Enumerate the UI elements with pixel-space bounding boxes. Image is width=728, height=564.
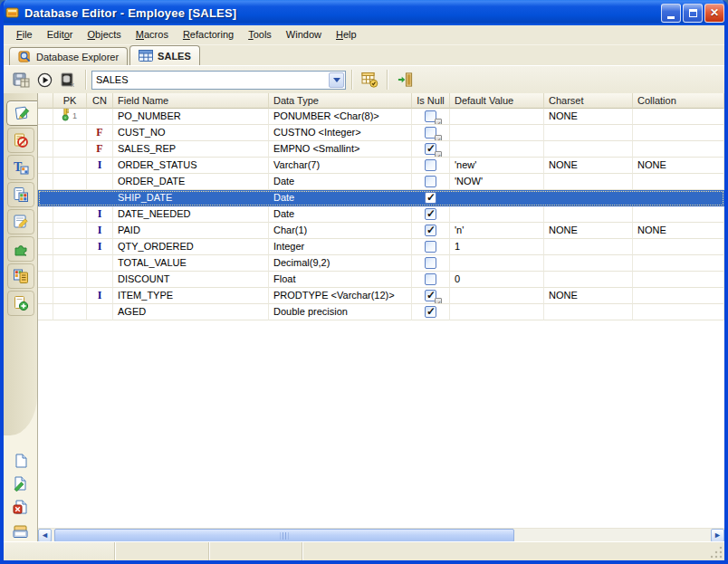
menu-macros[interactable]: Macros [129, 25, 176, 44]
scrollbar-track[interactable] [52, 529, 711, 541]
row-indicator[interactable] [38, 158, 53, 174]
menu-editor[interactable]: Editor [40, 25, 81, 44]
row-indicator[interactable] [38, 223, 53, 239]
collation-cell[interactable] [633, 174, 724, 190]
field-name-cell[interactable]: TOTAL_VALUE [113, 255, 269, 272]
default-value-cell[interactable] [450, 141, 544, 158]
data-type-cell[interactable]: Decimal(9,2) [269, 255, 412, 272]
pk-cell[interactable] [53, 174, 87, 190]
combobox-dropdown-button[interactable] [329, 72, 344, 88]
default-value-cell[interactable] [450, 255, 544, 272]
pk-cell[interactable] [53, 141, 87, 158]
scroll-right-button[interactable]: ► [711, 529, 724, 542]
refresh-database-button[interactable]: x [56, 69, 80, 91]
data-type-cell[interactable]: Date [269, 206, 412, 223]
table-selector-combobox[interactable]: SALES [91, 71, 346, 90]
field-row-aged[interactable]: AGEDDouble precision [38, 304, 724, 320]
collation-cell[interactable] [633, 141, 724, 158]
is-null-cell[interactable] [412, 223, 450, 239]
scrollbar-thumb[interactable] [54, 529, 514, 542]
is-null-checkbox[interactable] [425, 143, 436, 155]
charset-cell[interactable]: NONE [544, 223, 633, 239]
data-type-cell[interactable]: Char(1) [269, 223, 412, 239]
pk-cell[interactable]: 1 [53, 109, 87, 125]
charset-cell[interactable] [544, 239, 633, 255]
default-value-cell[interactable]: 0 [450, 272, 544, 288]
is-null-checkbox[interactable] [425, 159, 436, 171]
scroll-left-button[interactable]: ◄ [38, 529, 52, 542]
horizontal-scrollbar[interactable]: ◄ ► [38, 528, 724, 541]
default-value-cell[interactable] [450, 304, 544, 320]
collation-cell[interactable]: NONE [633, 223, 724, 239]
charset-cell[interactable]: NONE [544, 109, 633, 125]
is-null-checkbox[interactable] [425, 192, 436, 204]
cn-cell[interactable]: I [87, 158, 113, 174]
sidebar-tab-add[interactable] [7, 291, 34, 316]
cn-cell[interactable]: I [87, 223, 113, 239]
field-row-order_date[interactable]: ORDER_DATEDate'NOW' [38, 174, 724, 190]
collation-cell[interactable] [633, 304, 724, 320]
row-indicator[interactable] [38, 141, 53, 158]
sidebar-tab-data[interactable] [7, 182, 34, 207]
row-indicator[interactable] [38, 109, 53, 125]
is-null-cell[interactable] [412, 125, 450, 141]
field-name-cell[interactable]: DISCOUNT [113, 272, 269, 288]
field-name-cell[interactable]: AGED [113, 304, 269, 320]
column-header-cs[interactable]: Charset [544, 93, 633, 109]
is-null-checkbox[interactable] [425, 306, 436, 318]
cn-cell[interactable] [87, 174, 113, 190]
maximize-button[interactable] [683, 4, 703, 23]
collation-cell[interactable] [633, 109, 724, 125]
cn-cell[interactable] [87, 255, 113, 272]
charset-cell[interactable] [544, 174, 633, 190]
sidebar-tab-constraints[interactable] [7, 128, 34, 153]
cn-cell[interactable] [87, 272, 113, 288]
pk-cell[interactable] [53, 272, 87, 288]
charset-cell[interactable] [544, 141, 633, 158]
field-name-cell[interactable]: PO_NUMBER [113, 109, 269, 125]
field-name-cell[interactable]: ORDER_DATE [113, 174, 269, 190]
field-row-sales_rep[interactable]: FSALES_REPEMPNO <Smallint> [38, 141, 724, 158]
field-row-ship_date[interactable]: SHIP_DATEDate [38, 190, 724, 206]
cn-cell[interactable]: I [87, 239, 113, 255]
field-row-date_needed[interactable]: IDATE_NEEDEDDate [38, 206, 724, 223]
is-null-cell[interactable] [412, 206, 450, 223]
field-name-cell[interactable]: SALES_REP [113, 141, 269, 158]
is-null-cell[interactable] [412, 109, 450, 125]
field-name-cell[interactable]: QTY_ORDERED [113, 239, 269, 255]
field-name-cell[interactable]: CUST_NO [113, 125, 269, 141]
collation-cell[interactable] [633, 239, 724, 255]
collation-cell[interactable] [633, 125, 724, 141]
column-header-cn[interactable]: CN [87, 93, 113, 109]
data-type-cell[interactable]: Double precision [269, 304, 412, 320]
fields-grid[interactable]: PKCNField NameData TypeIs NullDefault Va… [38, 93, 724, 528]
sidebar-tab-description[interactable] [7, 209, 34, 234]
default-value-cell[interactable]: 'n' [450, 223, 544, 239]
title-bar[interactable]: Database Editor - Employee [SALES] ✕ [0, 0, 728, 25]
field-row-total_value[interactable]: TOTAL_VALUEDecimal(9,2) [38, 255, 724, 272]
charset-cell[interactable] [544, 125, 633, 141]
row-indicator[interactable] [38, 206, 53, 223]
field-row-cust_no[interactable]: FCUST_NOCUSTNO <Integer> [38, 125, 724, 141]
sidebar-tab-plugins[interactable] [7, 236, 34, 262]
row-indicator[interactable] [38, 304, 53, 320]
default-value-cell[interactable] [450, 288, 544, 304]
menu-help[interactable]: Help [329, 25, 364, 44]
data-type-cell[interactable]: Date [269, 190, 412, 206]
cn-cell[interactable]: F [87, 141, 113, 158]
pk-cell[interactable] [53, 304, 87, 320]
is-null-checkbox[interactable] [425, 110, 436, 122]
pk-cell[interactable] [53, 206, 87, 223]
pk-cell[interactable] [53, 223, 87, 239]
row-indicator[interactable] [38, 255, 53, 272]
new-field-button[interactable] [7, 449, 34, 472]
default-value-cell[interactable]: 'new' [450, 158, 544, 174]
row-indicator[interactable] [38, 125, 53, 141]
field-row-item_type[interactable]: IITEM_TYPEPRODTYPE <Varchar(12)>NONE [38, 288, 724, 304]
is-null-cell[interactable] [412, 272, 450, 288]
column-header-pk[interactable]: PK [53, 93, 87, 109]
charset-cell[interactable] [544, 304, 633, 320]
charset-cell[interactable] [544, 272, 633, 288]
charset-cell[interactable] [544, 255, 633, 272]
data-type-cell[interactable]: EMPNO <Smallint> [269, 141, 412, 158]
